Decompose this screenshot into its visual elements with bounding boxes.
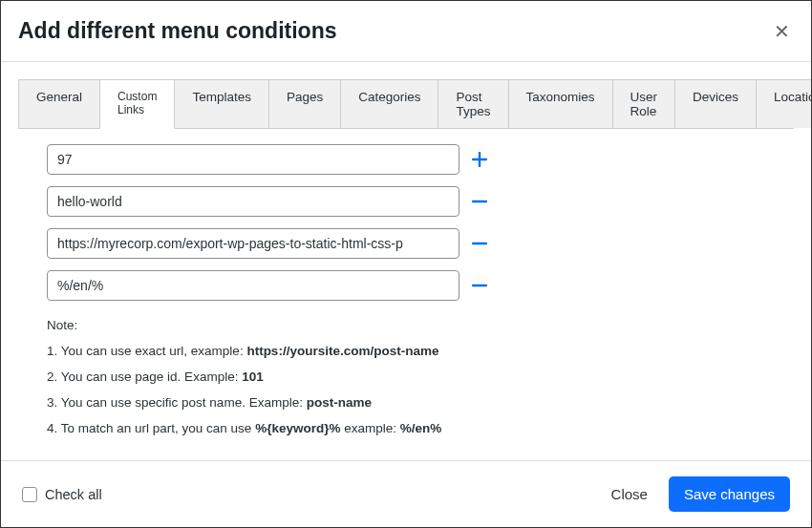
dialog-title: Add different menu conditions [18, 18, 337, 44]
plus-icon[interactable] [471, 151, 488, 168]
tab-user-role[interactable]: User Role [612, 79, 676, 128]
note-line: 1. You can use exact url, example: https… [47, 338, 765, 364]
check-all-checkbox[interactable] [22, 487, 37, 502]
tab-templates[interactable]: Templates [174, 79, 269, 128]
modal-header: Add different menu conditions ✕ [1, 1, 811, 62]
tab-locations[interactable]: Locations [756, 79, 811, 128]
link-row [47, 186, 765, 217]
link-input[interactable] [47, 228, 459, 259]
footer-buttons: Close Save changes [611, 476, 790, 512]
tab-general[interactable]: General [18, 79, 100, 128]
note-line: 3. You can use specific post name. Examp… [47, 390, 765, 415]
tab-categories[interactable]: Categories [340, 79, 438, 128]
modal-body: General Custom Links Templates Pages Cat… [1, 62, 811, 460]
minus-icon[interactable] [471, 235, 488, 252]
link-row [47, 228, 765, 259]
close-button[interactable]: Close [611, 486, 648, 502]
tabs: General Custom Links Templates Pages Cat… [18, 79, 794, 129]
link-row [47, 270, 765, 301]
note-heading: Note: [47, 312, 765, 338]
tab-pages[interactable]: Pages [268, 79, 341, 128]
save-button[interactable]: Save changes [669, 476, 790, 512]
link-input[interactable] [47, 144, 459, 175]
tab-custom-links[interactable]: Custom Links [99, 79, 175, 129]
link-input[interactable] [47, 270, 459, 301]
tab-post-types[interactable]: Post Types [438, 79, 508, 128]
check-all: Check all [22, 487, 102, 502]
note-line: 4. To match an url part, you can use %{k… [47, 415, 765, 441]
modal-footer: Check all Close Save changes [1, 460, 811, 527]
tab-taxonomies[interactable]: Taxonomies [508, 79, 613, 128]
minus-icon[interactable] [471, 277, 488, 294]
link-row [47, 144, 765, 175]
check-all-label[interactable]: Check all [45, 487, 102, 502]
note-line: 2. You can use page id. Example: 101 [47, 364, 765, 390]
minus-icon[interactable] [471, 193, 488, 210]
tab-devices[interactable]: Devices [674, 79, 757, 128]
close-icon[interactable]: ✕ [770, 20, 794, 43]
modal-dialog: Add different menu conditions ✕ General … [0, 0, 812, 528]
notes: Note: 1. You can use exact url, example:… [47, 312, 765, 441]
links-area: Note: 1. You can use exact url, example:… [18, 129, 794, 441]
link-input[interactable] [47, 186, 459, 217]
